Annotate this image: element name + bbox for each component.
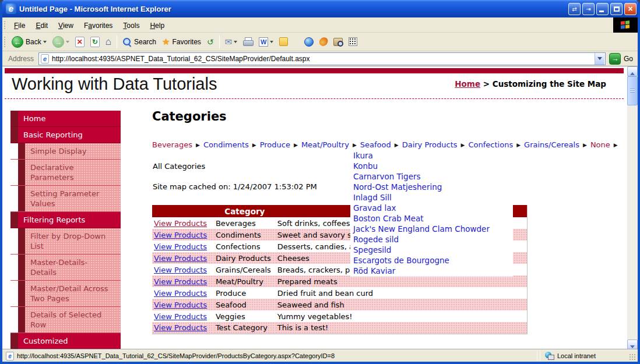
menu-file[interactable]: File	[9, 19, 30, 32]
refresh-button[interactable]: ↻	[87, 35, 103, 49]
toolbar-grip[interactable]	[3, 36, 6, 48]
forward-button[interactable]: →	[50, 34, 72, 50]
history-button[interactable]: ↺	[204, 36, 217, 48]
addon-button[interactable]	[317, 36, 330, 48]
favorites-button[interactable]: ★ Favorites	[159, 36, 204, 48]
note-icon	[279, 37, 288, 46]
mail-button[interactable]: ✉	[222, 36, 241, 48]
address-dropdown-button[interactable]	[595, 53, 604, 65]
sidebar-item-setting-parameter-values[interactable]: Setting Parameter Values	[10, 186, 121, 212]
sidebar-indent	[10, 160, 18, 185]
edit-word-button[interactable]: W	[256, 36, 276, 48]
research-button[interactable]	[330, 36, 346, 48]
scroll-up-button[interactable]	[627, 66, 638, 76]
flyout-item-spegesild[interactable]: Spegesild	[350, 245, 513, 255]
category-link-beverages[interactable]: Beverages	[152, 140, 192, 149]
sidebar-item-master-details-details[interactable]: Master-Details-Details	[10, 255, 121, 281]
sidebar-indent	[10, 228, 18, 254]
sidebar-item-filtering-reports[interactable]: Filtering Reports	[10, 212, 121, 228]
sidebar-item-details-of-selected-row[interactable]: Details of Selected Row	[10, 307, 121, 333]
category-link-meat-poultry[interactable]: Meat/Poultry	[301, 140, 349, 149]
flyout-item-gravad-lax[interactable]: Gravad lax	[350, 203, 513, 213]
menu-arrow-icon: ▶	[196, 142, 200, 148]
window-detach-button[interactable]: ⇥	[582, 3, 595, 15]
menu-favorites[interactable]: Favorites	[79, 19, 118, 32]
back-dropdown-icon[interactable]	[43, 41, 47, 43]
breadcrumb: Home > Customizing the Site Map	[455, 79, 606, 89]
sidebar-item-declarative-parameters[interactable]: Declarative Parameters	[10, 160, 121, 186]
view-products-link[interactable]: View Products	[154, 277, 207, 286]
throbber	[613, 17, 638, 33]
back-button[interactable]: ← Back	[9, 34, 50, 50]
vertical-scrollbar[interactable]	[627, 66, 638, 349]
stop-button[interactable]: ✕	[72, 35, 87, 49]
discuss-button[interactable]	[276, 36, 291, 48]
category-link-dairy-products[interactable]: Dairy Products	[402, 140, 458, 149]
messenger-button[interactable]	[301, 36, 317, 48]
forward-dropdown-icon[interactable]	[66, 41, 69, 43]
view-products-link[interactable]: View Products	[154, 266, 207, 274]
sidebar-item-filter-by-drop-down-list[interactable]: Filter by Drop-Down List	[10, 228, 121, 255]
print-button[interactable]	[240, 36, 256, 48]
window-arrows-button[interactable]: ⇄	[568, 3, 581, 15]
go-button[interactable]: → Go	[609, 53, 633, 65]
sidebar-item-basic-reporting[interactable]: Basic Reporting	[10, 127, 121, 143]
menu-view[interactable]: View	[53, 19, 79, 32]
flyout-item-jack-s-new-england-clam-chowder[interactable]: Jack's New England Clam Chowder	[350, 224, 513, 234]
flyout-item-carnarvon-tigers[interactable]: Carnarvon Tigers	[350, 171, 513, 182]
sidebar-item-simple-display[interactable]: Simple Display	[10, 143, 121, 160]
addon2-button[interactable]	[346, 36, 360, 48]
scrollbar-thumb[interactable]	[627, 76, 638, 105]
ie-logo-icon: e	[6, 3, 16, 14]
maximize-icon	[614, 6, 620, 12]
view-products-link[interactable]: View Products	[154, 231, 207, 239]
page-title: Categories	[152, 109, 227, 123]
view-products-link[interactable]: View Products	[154, 301, 207, 309]
category-link-grains-cereals[interactable]: Grains/Cereals	[524, 140, 579, 149]
flyout-item-nord-ost-matjeshering[interactable]: Nord-Ost Matjeshering	[350, 182, 513, 192]
view-products-link[interactable]: View Products	[154, 254, 207, 263]
category-link-none[interactable]: None	[590, 140, 610, 149]
edit-dropdown-icon[interactable]	[270, 41, 273, 43]
view-products-link[interactable]: View Products	[154, 219, 207, 228]
view-products-link[interactable]: View Products	[154, 242, 207, 251]
flyout-item-escargots-de-bourgogne[interactable]: Escargots de Bourgogne	[350, 255, 513, 266]
address-url[interactable]: http://localhost:4935/ASPNET_Data_Tutori…	[52, 55, 595, 63]
sidebar-item-home[interactable]: Home	[10, 111, 121, 127]
mail-dropdown-icon[interactable]	[234, 41, 237, 43]
address-input[interactable]: e http://localhost:4935/ASPNET_Data_Tuto…	[38, 52, 606, 65]
menubar-grip[interactable]	[3, 20, 6, 30]
flyout-item-konbu[interactable]: Konbu	[350, 161, 513, 171]
category-link-confections[interactable]: Confections	[469, 140, 514, 149]
chevron-down-icon	[597, 57, 602, 60]
flyout-item-rogede-sild[interactable]: Rogede sild	[350, 234, 513, 245]
sidebar-item-customized[interactable]: Customized	[10, 333, 121, 349]
category-link-seafood[interactable]: Seafood	[360, 140, 391, 149]
resize-grip[interactable]	[629, 354, 637, 361]
view-products-link[interactable]: View Products	[154, 289, 207, 298]
scroll-down-button[interactable]	[627, 340, 638, 349]
menu-edit[interactable]: Edit	[30, 19, 53, 32]
flyout-item-boston-crab-meat[interactable]: Boston Crab Meat	[350, 213, 513, 224]
security-zone: Local intranet	[541, 352, 629, 360]
category-link-produce[interactable]: Produce	[260, 140, 290, 149]
minimize-button[interactable]	[596, 3, 609, 15]
sidebar-item-label: Details of Selected Row	[25, 307, 121, 333]
sidebar-item-master-detail-across-two-pages[interactable]: Master/Detail Across Two Pages	[10, 281, 121, 307]
maximize-button[interactable]	[610, 3, 623, 15]
mail-icon: ✉	[225, 37, 233, 47]
category-link-condiments[interactable]: Condiments	[203, 140, 249, 149]
view-products-link[interactable]: View Products	[154, 323, 207, 332]
home-button[interactable]: ⌂	[103, 35, 114, 49]
view-products-link[interactable]: View Products	[154, 312, 207, 321]
breadcrumb-home-link[interactable]: Home	[455, 79, 480, 89]
flyout-item-inlagd-sill[interactable]: Inlagd Sill	[350, 192, 513, 203]
search-button[interactable]: Search	[119, 36, 159, 48]
flyout-item-r-d-kaviar[interactable]: Röd Kaviar	[350, 266, 513, 276]
sidebar-accent-block	[10, 111, 18, 126]
close-button[interactable]: ×	[624, 3, 637, 15]
menu-tools[interactable]: Tools	[118, 19, 145, 32]
flyout-item-ikura[interactable]: Ikura	[350, 150, 513, 161]
sidebar-item-label: Setting Parameter Values	[25, 186, 121, 211]
menu-help[interactable]: Help	[145, 19, 170, 32]
